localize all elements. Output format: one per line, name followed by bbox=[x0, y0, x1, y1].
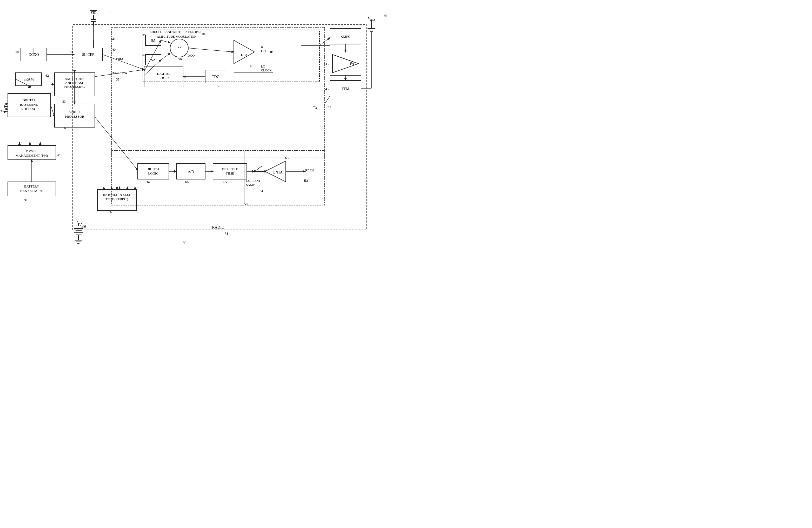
ref-53: 53 bbox=[142, 53, 146, 57]
ref-38: 38 bbox=[108, 10, 111, 14]
ref-34: 34 bbox=[57, 153, 61, 157]
ref-30: 30 bbox=[183, 241, 186, 245]
dco-label-text: DCO bbox=[188, 54, 194, 57]
svg-rect-0 bbox=[0, 0, 406, 264]
ref-32: 32 bbox=[24, 198, 28, 202]
dpa-label: DPA bbox=[241, 53, 248, 57]
lo-clock-label2: CLOCK bbox=[261, 69, 272, 72]
ref-68: 68 bbox=[83, 224, 86, 228]
ref-59: 59 bbox=[217, 84, 220, 88]
ref-48: 48 bbox=[250, 64, 253, 68]
lnta-label: LNTA bbox=[273, 171, 283, 174]
lo-clock-label: LO bbox=[261, 65, 265, 68]
sp-label-2: PROCESSOR bbox=[65, 115, 84, 118]
ref-66: 66 bbox=[185, 180, 189, 184]
fem-label: FEM bbox=[342, 87, 349, 91]
ref-58: 58 bbox=[244, 202, 248, 206]
ref-45: 45 bbox=[325, 87, 329, 91]
dl-tx-label-1: DIGITAL bbox=[157, 72, 170, 76]
ref-61: 61 bbox=[1, 108, 4, 113]
ref-51: 51 bbox=[70, 50, 73, 54]
tx-label: TX bbox=[313, 106, 317, 110]
dt-label-2: TIME bbox=[226, 172, 234, 175]
ref-35: 35 bbox=[116, 77, 119, 81]
dl-rx-label-2: LOGIC bbox=[148, 172, 158, 175]
cs-label-1: CURRENT bbox=[246, 179, 261, 182]
radio-label: RADIO bbox=[212, 225, 224, 229]
ref-52: 52 bbox=[142, 33, 146, 37]
dt-label-1: DISCRETE bbox=[222, 167, 238, 171]
ref-42: 42 bbox=[112, 37, 116, 41]
svg-point-38 bbox=[264, 171, 266, 173]
ref-46: 46 bbox=[328, 105, 331, 108]
amp-mod-label: AMPLITUDE MODULATION bbox=[157, 35, 197, 39]
dl-tx-label-2: LOGIC bbox=[158, 76, 169, 80]
dco-symbol: ~ bbox=[178, 44, 181, 51]
dbp-label-1: DIGITAL bbox=[22, 98, 36, 102]
ref-67: 67 bbox=[147, 180, 151, 184]
pa-label: PA bbox=[350, 62, 354, 66]
ref-36: 36 bbox=[108, 210, 112, 214]
rx-label: RX bbox=[304, 179, 308, 182]
ref-63: 63 bbox=[285, 156, 289, 160]
ref-65: 65 bbox=[223, 180, 227, 184]
vbat-plus: + bbox=[77, 220, 78, 224]
cs-label-2: SAMPLER bbox=[246, 183, 260, 187]
pm-label-1: POWER bbox=[26, 149, 38, 153]
sdelta2-label: SΔ bbox=[151, 58, 156, 62]
bm-label-1: BATTERY bbox=[24, 185, 39, 188]
dbp-label-2: BASEBAND bbox=[20, 103, 38, 106]
ref-33: 33 bbox=[62, 100, 66, 103]
tdc-label: TDC bbox=[212, 75, 219, 79]
ref-44: 44 bbox=[384, 14, 388, 18]
pm-label-2: MANAGEMENT (PM) bbox=[16, 153, 48, 157]
ref-60: 60 bbox=[64, 126, 68, 130]
dbp-label-3: PROCESSOR bbox=[19, 107, 39, 111]
smps-label: SMPS bbox=[341, 35, 350, 39]
ref-40: 40 bbox=[112, 47, 116, 52]
sp-label-1: SCRIPT bbox=[69, 110, 80, 114]
ref-56: 56 bbox=[178, 57, 182, 61]
rf-in-label: RF IN bbox=[305, 168, 314, 172]
dl-rx-label-1: DIGITAL bbox=[146, 167, 160, 171]
slicer-label: SLICER bbox=[82, 53, 95, 57]
rfbist-label-2: TEST (RFBIST) bbox=[106, 197, 128, 201]
adc-label: A/D bbox=[188, 170, 194, 174]
sdelta1-label: SΔ bbox=[151, 39, 156, 43]
bm-label-2: MANAGEMENT bbox=[19, 189, 44, 193]
ref-64: 64 bbox=[260, 189, 263, 193]
rf-out-label: RF bbox=[261, 45, 265, 49]
block-diagram: SMPS PA 43 FEM 45 VBAT 44 DCXO 50 SLICER… bbox=[0, 0, 406, 264]
ref-62: 62 bbox=[45, 73, 49, 77]
rfbist-label-1: RF BUILT-IN SELF bbox=[103, 193, 131, 196]
ref-50: 50 bbox=[15, 50, 19, 54]
rf-out-label2: OUT bbox=[261, 49, 268, 53]
ref-43: 43 bbox=[325, 62, 329, 66]
ref-31: 31 bbox=[225, 232, 228, 236]
sram-label: SRAM bbox=[24, 77, 34, 81]
